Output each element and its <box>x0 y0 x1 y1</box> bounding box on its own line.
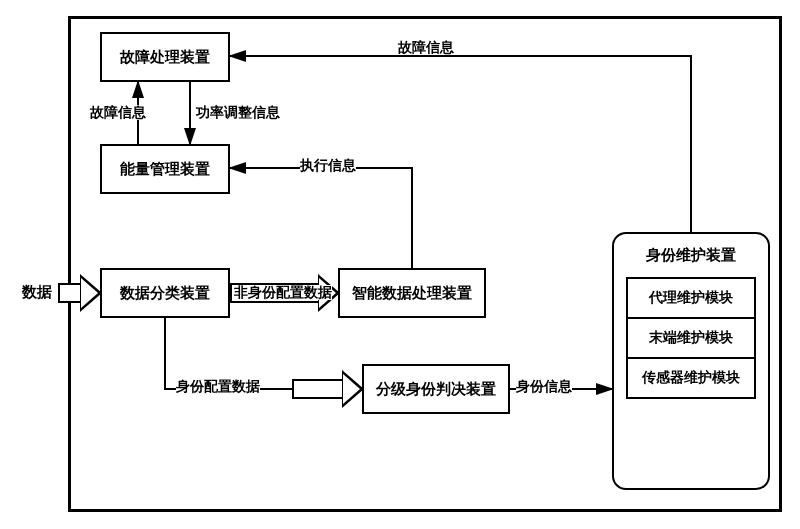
label-non-identity-cfg: 非身份配置数据 <box>234 285 332 300</box>
label-identity-info: 身份信息 <box>516 379 572 394</box>
label-exec-info: 执行信息 <box>300 158 356 173</box>
label-fault-info-left: 故障信息 <box>90 105 146 120</box>
label-identity-cfg: 身份配置数据 <box>176 379 260 394</box>
connector-layer <box>0 0 800 529</box>
label-fault-info-top: 故障信息 <box>398 40 454 55</box>
label-power-adjust: 功率调整信息 <box>196 105 280 120</box>
